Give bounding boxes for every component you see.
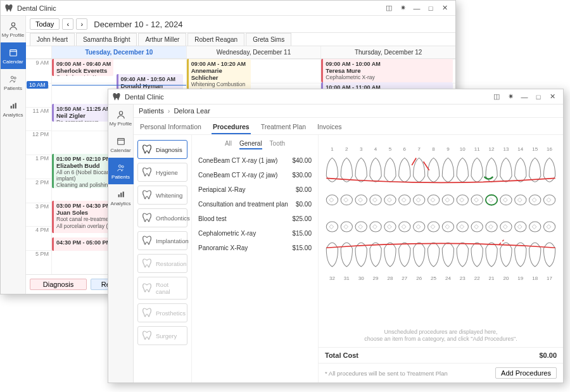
svg-text:7: 7 [417, 146, 421, 152]
appointment[interactable]: 09:00 AM - 09:40 AMSherlock EverettsCeph… [52, 59, 113, 76]
svg-rect-13 [118, 194, 119, 197]
calendar-toolbar: Today ‹ › December 10 - 12, 2024 [26, 16, 455, 33]
nav-label: Analytics [3, 112, 23, 118]
category-surgery[interactable]: Surgery [137, 326, 187, 345]
tab-personal-info[interactable]: Personal Information [139, 120, 203, 134]
svg-point-59 [471, 222, 483, 232]
sidebar-item-profile[interactable]: My Profile [108, 104, 134, 131]
svg-text:10: 10 [460, 146, 466, 152]
theme-toggle-icon[interactable]: ◫ [382, 3, 396, 14]
settings-icon[interactable]: ✷ [396, 3, 410, 14]
category-orthodontics[interactable]: Orthodontics [137, 208, 187, 227]
sidebar: My Profile Calendar Patients Analytics [108, 104, 134, 383]
sidebar-item-analytics[interactable]: Analytics [1, 96, 26, 122]
appointment[interactable]: 09:00 AM - 10:20 AMAnnemarie SchlicherWh… [187, 59, 251, 89]
svg-rect-7 [15, 103, 16, 108]
category-root-canal[interactable]: Root canal [137, 277, 187, 300]
svg-text:14: 14 [517, 146, 523, 152]
svg-text:21: 21 [489, 275, 495, 281]
staff-tab[interactable]: Greta Sims [246, 33, 291, 46]
svg-point-0 [11, 22, 15, 25]
sidebar-item-profile[interactable]: My Profile [1, 16, 26, 42]
category-whitening[interactable]: Whitening [137, 186, 187, 205]
category-hygiene[interactable]: Hygiene [137, 163, 187, 182]
svg-rect-14 [120, 193, 122, 197]
tooth-icon [142, 283, 152, 293]
nav-label: Calendar [3, 59, 23, 65]
sidebar-item-analytics[interactable]: Analytics [108, 184, 134, 211]
theme-toggle-icon[interactable]: ◫ [490, 91, 504, 103]
now-badge: 10 AM [27, 81, 48, 89]
svg-point-44 [500, 195, 512, 205]
nav-label: Calendar [110, 148, 130, 153]
staff-tab[interactable]: Samantha Bright [76, 33, 137, 46]
maximize-button[interactable]: □ [424, 3, 438, 14]
svg-text:19: 19 [517, 275, 523, 281]
category-restoration[interactable]: Restoration [137, 254, 187, 273]
breadcrumb-root[interactable]: Patients [139, 107, 164, 115]
minimize-button[interactable]: — [410, 3, 424, 14]
price-row[interactable]: Panoramic X-Ray$15.00 [192, 241, 318, 255]
svg-text:31: 31 [344, 275, 350, 281]
tab-treatment-plan[interactable]: Treatment Plan [260, 120, 307, 134]
analytics-icon [116, 189, 126, 199]
svg-text:17: 17 [547, 275, 552, 281]
add-procedures-button[interactable]: Add Procedures [495, 367, 557, 379]
filter-tooth[interactable]: Tooth [270, 140, 285, 149]
staff-tab[interactable]: Robert Reagan [187, 33, 244, 46]
close-button[interactable]: ✕ [545, 91, 559, 103]
category-diagnosis[interactable]: Diagnosis [137, 140, 187, 159]
app-title: Dental Clinic [125, 93, 164, 101]
settings-icon[interactable]: ✷ [504, 91, 517, 103]
app-icon [112, 92, 121, 101]
sidebar-item-patients[interactable]: Patients [108, 158, 134, 184]
svg-point-62 [515, 222, 526, 232]
teeth-chart[interactable]: 1234567891011121314151632313029282726252… [319, 135, 563, 326]
titlebar: Dental Clinic ◫ ✷ — □ ✕ [1, 1, 455, 16]
close-button[interactable]: ✕ [438, 3, 452, 14]
svg-point-36 [384, 195, 396, 205]
prev-button[interactable]: ‹ [62, 18, 73, 30]
svg-text:11: 11 [474, 146, 480, 152]
staff-tabs: John Heart Samantha Bright Arthur Miller… [26, 33, 455, 46]
tab-invoices[interactable]: Invoices [316, 120, 343, 134]
category-list: DiagnosisHygieneWhiteningOrthodonticsImp… [134, 135, 192, 383]
filter-general[interactable]: General [239, 140, 262, 149]
price-row[interactable]: Periapical X-Ray$0.00 [192, 182, 318, 197]
maximize-button[interactable]: □ [531, 91, 545, 103]
calendar-icon [116, 136, 126, 146]
staff-tab[interactable]: John Heart [30, 33, 75, 46]
sidebar-item-patients[interactable]: Patients [1, 69, 26, 96]
svg-text:27: 27 [402, 275, 407, 281]
svg-text:12: 12 [489, 146, 495, 152]
today-button[interactable]: Today [30, 18, 60, 30]
appointment[interactable]: 09:00 AM - 10:00 AMTeresa MureCephalomet… [321, 59, 452, 82]
price-row[interactable]: Cephalometric X-ray$15.00 [192, 226, 318, 241]
tab-procedures[interactable]: Procedures [212, 120, 251, 134]
price-row[interactable]: ConeBeam CT X-ray (2 jaw)$30.00 [192, 168, 318, 182]
filter-all[interactable]: All [225, 140, 232, 149]
next-button[interactable]: › [76, 18, 87, 30]
price-row[interactable]: ConeBeam CT X-ray (1 jaw)$40.00 [192, 153, 318, 168]
svg-point-34 [355, 195, 367, 205]
price-row[interactable]: Consultation and treatment plan$0.00 [192, 197, 318, 212]
sidebar: My Profile Calendar Patients Analytics [1, 16, 26, 294]
minimize-button[interactable]: — [517, 91, 531, 103]
legend-diagnosis[interactable]: Diagnosis [30, 279, 87, 290]
profile-icon [8, 21, 18, 31]
price-row[interactable]: Blood test$25.00 [192, 212, 318, 226]
category-implantation[interactable]: Implantation [137, 231, 187, 250]
breadcrumb-leaf[interactable]: Delora Lear [174, 107, 210, 115]
svg-text:9: 9 [446, 146, 450, 152]
svg-rect-9 [117, 138, 124, 144]
svg-text:16: 16 [547, 146, 552, 152]
appointment[interactable]: 10:50 AM - 11:25 AMNeil ZiglerRe-cement … [52, 104, 113, 121]
staff-tab[interactable]: Arthur Miller [138, 33, 186, 46]
sidebar-item-calendar[interactable]: Calendar [108, 131, 134, 158]
profile-icon [116, 110, 126, 120]
svg-point-8 [119, 111, 122, 114]
category-prosthetics[interactable]: Prosthetics [137, 303, 187, 322]
sidebar-item-calendar[interactable]: Calendar [1, 42, 26, 69]
svg-point-41 [457, 195, 468, 205]
svg-point-56 [428, 222, 439, 232]
